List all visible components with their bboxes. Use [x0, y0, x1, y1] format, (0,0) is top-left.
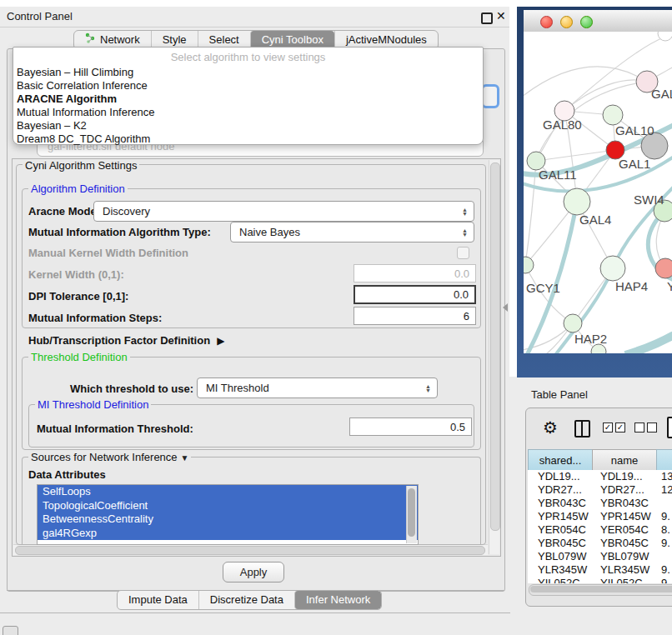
algorithm-option[interactable]: Dream8 DC_TDC Algorithm: [17, 132, 150, 145]
node-label: GAL1: [619, 157, 650, 171]
column-header[interactable]: A: [656, 449, 672, 472]
minimized-panel-icon[interactable]: [3, 626, 18, 635]
algorithm-option-highlighted[interactable]: ARACNE Algorithm: [17, 92, 117, 105]
node-hap2[interactable]: [564, 314, 582, 332]
algorithm-option[interactable]: Bayesian – K2: [17, 119, 87, 132]
checkbox-checked-icon[interactable]: ✓: [615, 422, 625, 432]
aracne-mode-label: Aracne Mode:: [28, 205, 100, 218]
scrollbar-thumb[interactable]: [408, 488, 415, 537]
table-row[interactable]: YBR043CYBR043C: [528, 497, 672, 510]
tab-impute-data[interactable]: Impute Data: [118, 591, 198, 609]
node-label: GAL80: [543, 118, 582, 132]
algorithm-option[interactable]: Mutual Information Inference: [17, 106, 154, 118]
checkbox-unchecked-icon[interactable]: [634, 422, 644, 432]
node-label: GAL11: [539, 168, 577, 182]
list-item[interactable]: TopologicalCoefficient: [38, 499, 418, 513]
table-row[interactable]: YLR345WYLR345W9.: [528, 563, 672, 577]
combo-value: MI Threshold: [206, 382, 269, 394]
spinner-arrows-icon: ▲▼: [462, 208, 468, 216]
collapsed-arrow-icon: ▶: [217, 335, 224, 347]
data-attributes-label: Data Attributes: [28, 468, 106, 481]
node-label: SWI4: [634, 192, 664, 207]
close-traffic-light[interactable]: [540, 16, 553, 28]
manual-kernel-checkbox[interactable]: [457, 247, 469, 259]
node-salmon[interactable]: [655, 258, 672, 278]
cell: 9.: [661, 537, 670, 550]
scrollbar-thumb[interactable]: [15, 546, 485, 555]
scrollbar-thumb[interactable]: [490, 162, 500, 531]
document-icon[interactable]: [667, 417, 672, 438]
node-hap4[interactable]: [600, 256, 625, 281]
node-label: GAL4: [579, 212, 611, 227]
mi-threshold-field[interactable]: 0.5: [349, 418, 472, 436]
list-item[interactable]: BetweennessCentrality: [38, 512, 418, 527]
list-item[interactable]: gal4RGexp: [38, 527, 418, 541]
gear-icon[interactable]: ⚙: [543, 418, 558, 438]
table-row[interactable]: YDL19...YDL19...13: [528, 470, 672, 483]
sources-toggle[interactable]: Sources for Network Inference▼: [28, 451, 191, 463]
algorithm-dropdown-popup: Select algorithm to view settings Bayesi…: [13, 47, 484, 145]
mi-type-combo[interactable]: Naive Bayes ▲▼: [230, 222, 474, 242]
cell: YBL079W: [600, 550, 649, 563]
horizontal-scrollbar[interactable]: [13, 544, 488, 555]
tab-discretize-data[interactable]: Discretize Data: [198, 591, 294, 609]
table-row[interactable]: YER054CYER054C8.: [528, 523, 672, 537]
group-title: MI Threshold Definition: [35, 398, 151, 411]
cell: 9.: [661, 510, 670, 523]
cell: 9: [661, 577, 667, 583]
table-row[interactable]: YDR27...YDR27...12: [528, 483, 672, 497]
column-header[interactable]: shared...: [528, 449, 593, 472]
node-label: Y: [667, 279, 672, 293]
cell: YDR27...: [538, 483, 582, 497]
table-horizontal-scrollbar[interactable]: [529, 584, 672, 596]
group-title: Threshold Definition: [28, 351, 130, 363]
checkbox-unchecked-icon[interactable]: [647, 422, 657, 432]
zoom-traffic-light[interactable]: [580, 16, 593, 28]
cell: YBR045C: [538, 537, 586, 550]
hub-definition-toggle[interactable]: Hub/Transcription Factor Definition▶: [28, 334, 224, 347]
algorithm-option[interactable]: Basic Correlation Inference: [17, 79, 148, 92]
bottom-tabbar: Impute Data Discretize Data Infer Networ…: [117, 590, 382, 610]
pane-gap: [509, 7, 517, 377]
float-window-icon[interactable]: [481, 12, 493, 24]
scrollbar-thumb[interactable]: [530, 586, 672, 592]
checkbox-checked-icon[interactable]: ✓: [603, 422, 613, 432]
which-threshold-label: Which threshold to use:: [70, 382, 193, 395]
apply-button[interactable]: Apply: [223, 562, 284, 582]
splitter-collapse-icon[interactable]: [503, 303, 508, 312]
column-header[interactable]: name: [592, 449, 657, 472]
table-row[interactable]: YBR045CYBR045C9.: [528, 537, 672, 550]
node-gcy1[interactable]: [524, 257, 534, 273]
columns-icon[interactable]: [574, 420, 590, 438]
node-label: HAP4: [615, 279, 648, 293]
manual-kernel-label: Manual Kernel Width Definition: [28, 247, 188, 259]
algorithm-option[interactable]: Bayesian – Hill Climbing: [17, 66, 133, 78]
minimize-traffic-light[interactable]: [560, 16, 573, 28]
network-window-titlebar[interactable]: [524, 10, 672, 32]
cell: YPR145W: [600, 510, 651, 523]
tab-infer-network[interactable]: Infer Network: [294, 591, 381, 609]
aracne-mode-combo[interactable]: Discovery ▲▼: [93, 201, 474, 222]
kernel-width-field[interactable]: 0.0: [354, 264, 476, 282]
algorithm-combo-button[interactable]: [481, 84, 499, 108]
which-threshold-combo[interactable]: MI Threshold ▲▼: [197, 378, 438, 398]
mi-steps-field[interactable]: 6: [354, 307, 476, 325]
vertical-scrollbar[interactable]: [489, 160, 499, 554]
close-icon[interactable]: ✕: [496, 9, 506, 22]
table-row[interactable]: YPR145WYPR145W9.: [528, 510, 672, 523]
mi-threshold-label: Mutual Information Threshold:: [37, 422, 193, 435]
network-canvas[interactable]: GAL GAL80 GAL10 GAL1 GAL11 GAL4 SWI4 GCY…: [524, 32, 672, 353]
cell: YDR27...: [600, 483, 644, 497]
window-bottom-edge: [0, 612, 510, 613]
list-item[interactable]: SelfLoops: [38, 485, 418, 499]
dpi-tolerance-field[interactable]: 0.0: [354, 285, 476, 304]
table-row[interactable]: YIL052CYIL052C9: [528, 577, 672, 583]
screen: Control Panel ✕ Network Style Select Cyn…: [0, 0, 672, 635]
list-scrollbar[interactable]: [406, 486, 417, 543]
node-gal4[interactable]: [564, 188, 590, 215]
control-panel-titlebar: [0, 7, 510, 28]
node-label: GAL10: [615, 123, 654, 138]
node-gal10[interactable]: [603, 105, 623, 125]
table-panel-title: Table Panel: [531, 388, 588, 401]
table-row[interactable]: YBL079WYBL079W: [528, 550, 672, 563]
